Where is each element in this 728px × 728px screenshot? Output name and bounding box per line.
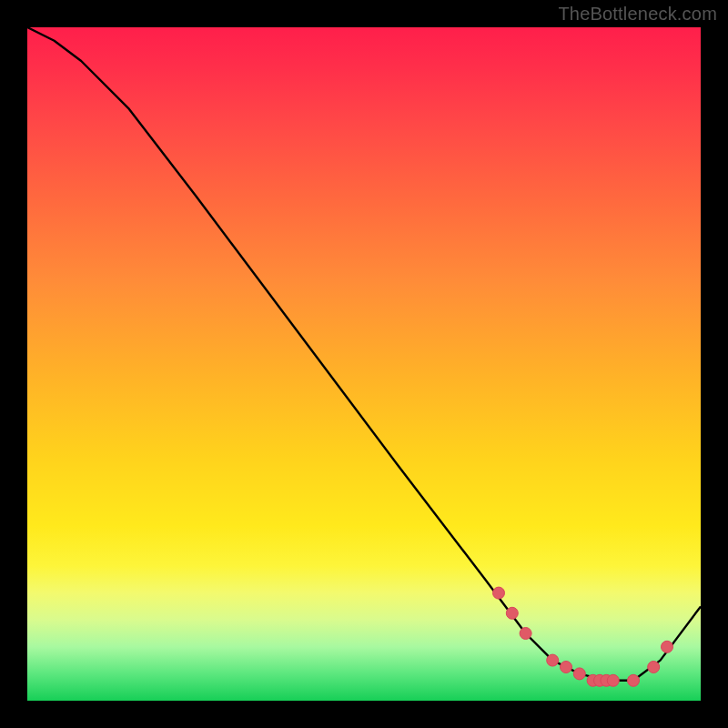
data-marker <box>648 662 660 673</box>
bottleneck-curve <box>27 27 701 681</box>
data-marker <box>520 628 531 640</box>
data-marker <box>493 587 505 599</box>
data-marker <box>607 674 619 686</box>
curve-layer <box>27 27 701 701</box>
plot-area <box>27 27 701 701</box>
data-marker <box>628 674 640 686</box>
watermark-text: TheBottleneck.com <box>558 4 717 25</box>
data-marker <box>662 641 673 652</box>
data-marker <box>506 607 518 619</box>
data-marker <box>561 662 572 673</box>
data-marker <box>547 654 559 666</box>
chart-frame: TheBottleneck.com <box>0 0 728 728</box>
data-marker <box>573 668 585 680</box>
